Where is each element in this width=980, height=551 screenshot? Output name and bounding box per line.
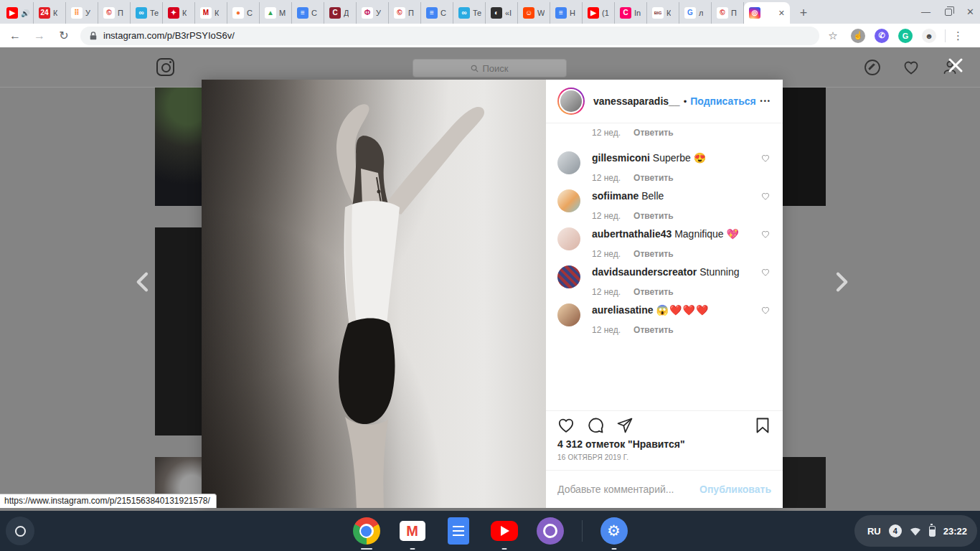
reply-button[interactable]: Ответить xyxy=(633,128,673,138)
browser-tab[interactable]: ∞ Те xyxy=(131,2,163,24)
commenter-username[interactable]: davidsaunderscreator xyxy=(592,266,697,278)
browser-menu-icon[interactable]: ⋮ xyxy=(953,29,963,42)
commenter-avatar[interactable] xyxy=(557,265,580,288)
post-photo[interactable] xyxy=(202,80,546,508)
browser-tab[interactable]: ⠿ У xyxy=(66,2,98,24)
browser-tab[interactable]: ▶ (1 xyxy=(583,2,615,24)
browser-tab[interactable]: ◎ ✕ xyxy=(744,2,790,24)
browser-tab[interactable]: G л xyxy=(679,2,712,24)
browser-tab[interactable]: Ф У xyxy=(357,2,389,24)
publish-button[interactable]: Опубликовать xyxy=(699,484,771,495)
wifi-icon xyxy=(910,527,921,536)
shelf-app[interactable] xyxy=(398,517,427,545)
like-icon[interactable] xyxy=(557,417,575,434)
extension-icon[interactable]: G xyxy=(898,29,913,43)
app-icon xyxy=(537,517,564,545)
commenter-username[interactable]: aubertnathalie43 xyxy=(592,228,672,240)
battery-icon xyxy=(929,526,936,537)
commenter-username[interactable]: aureliasatine xyxy=(592,304,654,316)
extension-icon[interactable]: ☻ xyxy=(922,29,936,43)
comment-like-icon[interactable] xyxy=(760,268,771,277)
commenter-username[interactable]: gillesmiconi xyxy=(592,152,650,164)
reply-button[interactable]: Ответить xyxy=(633,249,673,259)
tab-title: П xyxy=(731,9,737,17)
browser-tab[interactable]: ☺ W xyxy=(518,2,550,24)
extension-icon[interactable]: ☝ xyxy=(851,29,865,43)
shelf-app[interactable] xyxy=(600,517,628,545)
previous-post-chevron[interactable] xyxy=(132,271,154,293)
browser-tab[interactable]: ✦ К xyxy=(163,2,195,24)
browser-tab[interactable]: © П xyxy=(389,2,421,24)
comment-input[interactable] xyxy=(557,484,699,495)
background-thumbnail[interactable] xyxy=(155,227,202,435)
browser-tab[interactable]: ∞ Те xyxy=(453,2,486,24)
browser-tab[interactable]: ▶ 🔊 xyxy=(1,2,34,24)
next-post-chevron[interactable] xyxy=(831,271,852,293)
comment: sofiimane Belle 12 нед. Ответить xyxy=(546,183,783,221)
explore-icon[interactable] xyxy=(864,59,881,76)
author-avatar[interactable] xyxy=(557,88,585,115)
browser-tab[interactable]: BIG К xyxy=(647,2,679,24)
post-options-icon[interactable]: ••• xyxy=(760,98,771,105)
minimize-button[interactable]: — xyxy=(921,6,930,17)
back-button[interactable]: ← xyxy=(6,27,24,45)
reply-button[interactable]: Ответить xyxy=(633,325,673,335)
tab-audio-icon[interactable]: 🔊 xyxy=(21,9,29,17)
commenter-avatar[interactable] xyxy=(557,227,580,250)
reload-button[interactable]: ↻ xyxy=(55,27,73,45)
reply-button[interactable]: Ответить xyxy=(633,173,673,183)
background-thumbnail[interactable] xyxy=(783,88,826,206)
commenter-avatar[interactable] xyxy=(557,189,580,212)
close-modal-icon[interactable] xyxy=(947,57,964,74)
status-tray[interactable]: RU 4 23:22 xyxy=(854,515,977,547)
comment-like-icon[interactable] xyxy=(760,154,771,163)
shelf-app[interactable] xyxy=(352,517,381,545)
shelf-app[interactable] xyxy=(582,517,583,545)
background-thumbnail[interactable] xyxy=(155,88,202,206)
share-icon[interactable] xyxy=(616,417,633,434)
follow-button[interactable]: Подписаться xyxy=(690,95,756,107)
browser-tab[interactable]: ≡ С xyxy=(292,2,324,24)
shelf-app[interactable] xyxy=(444,517,473,545)
shelf-app[interactable] xyxy=(536,517,565,545)
commenter-avatar[interactable] xyxy=(557,303,580,326)
browser-tab[interactable]: М К xyxy=(195,2,227,24)
browser-tab[interactable]: ≡ Н xyxy=(550,2,583,24)
bookmark-star-icon[interactable]: ☆ xyxy=(825,29,841,42)
commenter-username[interactable]: sofiimane xyxy=(592,190,639,202)
instagram-logo-icon[interactable] xyxy=(156,58,174,76)
activity-heart-icon[interactable] xyxy=(903,59,920,76)
address-bar[interactable]: instagram.com/p/B3rPSYIoS6v/ xyxy=(80,27,819,45)
window-close-button[interactable]: ✕ xyxy=(966,6,974,17)
browser-tab[interactable]: ● С xyxy=(227,2,260,24)
comment-emoji: 😱❤️❤️❤️ xyxy=(656,304,710,316)
comment-like-icon[interactable] xyxy=(760,306,771,315)
browser-tab[interactable]: ◐ «I xyxy=(486,2,518,24)
background-thumbnail[interactable] xyxy=(783,457,826,508)
commenter-avatar[interactable] xyxy=(557,151,580,174)
comment-icon[interactable] xyxy=(587,417,604,434)
author-username[interactable]: vanessaparadis__ xyxy=(593,95,680,107)
restore-button[interactable] xyxy=(945,9,952,16)
browser-tab[interactable]: © П xyxy=(98,2,131,24)
tab-close-icon[interactable]: ✕ xyxy=(776,8,787,19)
browser-tab[interactable]: © П xyxy=(712,2,744,24)
shelf-app[interactable] xyxy=(490,517,519,545)
comment-like-icon[interactable] xyxy=(760,192,771,201)
comment-like-icon[interactable] xyxy=(760,230,771,239)
search-input[interactable]: Поиск xyxy=(413,59,567,77)
extension-icon[interactable]: ✆ xyxy=(875,29,889,43)
save-bookmark-icon[interactable] xyxy=(754,417,771,434)
reply-button[interactable]: Ответить xyxy=(633,287,673,297)
forward-button[interactable]: → xyxy=(30,27,49,45)
browser-tab[interactable]: C In xyxy=(615,2,647,24)
likes-count[interactable]: 4 312 отметок "Нравится" xyxy=(546,434,783,450)
browser-tab[interactable]: 24 К xyxy=(34,2,66,24)
new-tab-button[interactable]: + xyxy=(794,4,813,22)
reply-button[interactable]: Ответить xyxy=(633,211,673,221)
browser-tab[interactable]: С Д xyxy=(324,2,357,24)
browser-tab[interactable]: ▲ М xyxy=(260,2,292,24)
comments-list[interactable]: 12 нед. Ответить gillesmiconi Supe xyxy=(546,123,783,410)
browser-tab[interactable]: ≡ С xyxy=(421,2,453,24)
tab-favicon: ≡ xyxy=(297,7,308,19)
